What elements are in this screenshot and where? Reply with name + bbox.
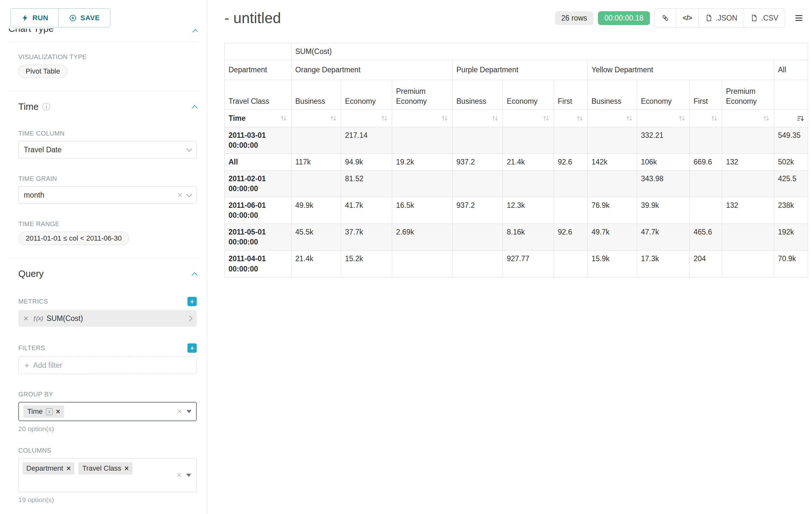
chevron-up-icon[interactable]: [192, 272, 197, 278]
table-row: 2011-02-01 00:00:0081.52343.98425.5: [225, 170, 808, 197]
embed-code-button[interactable]: </>: [676, 9, 698, 27]
corner-cell: [225, 44, 291, 60]
cell: 49.7k: [588, 224, 637, 250]
travel-class-header: Premium Economy: [722, 80, 774, 110]
sort-icon[interactable]: [441, 115, 448, 122]
sort-header[interactable]: [392, 110, 453, 127]
sort-header[interactable]: [690, 110, 722, 127]
sort-icon[interactable]: [678, 115, 686, 122]
time-sort-header[interactable]: Time: [225, 110, 291, 127]
remove-icon[interactable]: ×: [23, 314, 28, 324]
add-metric-button[interactable]: +: [187, 297, 197, 306]
chevron-down-icon: [186, 191, 192, 197]
sort-header[interactable]: [722, 110, 774, 127]
remove-icon[interactable]: ×: [56, 408, 60, 415]
chevron-right-icon[interactable]: [186, 316, 192, 321]
cell: 106k: [637, 154, 690, 170]
visualization-type-value[interactable]: Pivot Table: [18, 64, 67, 78]
chart-menu-button[interactable]: [789, 9, 808, 27]
groupby-select[interactable]: Time i × ×: [18, 402, 197, 421]
lightning-icon: [21, 14, 29, 22]
cell: [503, 170, 554, 197]
sort-header[interactable]: [291, 110, 341, 127]
chart-header: - untitled 26 rows 00:00:00.18 </>: [224, 8, 808, 28]
cell: 425.5: [774, 170, 808, 197]
sort-header[interactable]: [453, 110, 503, 127]
groupby-pill[interactable]: Time i ×: [23, 405, 64, 417]
info-icon[interactable]: i: [46, 408, 53, 415]
add-filter-button[interactable]: +: [187, 344, 197, 353]
export-csv-button[interactable]: .CSV: [744, 9, 785, 27]
sort-icon[interactable]: [280, 115, 287, 122]
time-range-value[interactable]: 2011-01-01 ≤ col < 2011-06-30: [18, 232, 129, 245]
save-button[interactable]: SAVE: [58, 9, 110, 27]
cell: [588, 127, 637, 154]
metric-item[interactable]: × ƒ(x) SUM(Cost): [18, 310, 197, 327]
sort-icon[interactable]: [491, 115, 499, 122]
time-grain-select[interactable]: month ×: [18, 186, 197, 204]
cell: 41.7k: [341, 197, 392, 224]
cell: 465.6: [690, 224, 722, 250]
chevron-up-icon[interactable]: [192, 105, 197, 111]
run-button[interactable]: RUN: [11, 9, 58, 27]
sort-header[interactable]: [503, 110, 554, 127]
time-grain-label: TIME GRAIN: [18, 175, 197, 183]
divider: [8, 258, 199, 258]
pivot-table: SUM(Cost)DepartmentOrange DepartmentPurp…: [224, 43, 808, 277]
sort-icon[interactable]: [710, 115, 718, 122]
clear-icon[interactable]: ×: [177, 407, 182, 416]
cell: 37.7k: [341, 224, 392, 250]
sort-icon[interactable]: [576, 115, 583, 122]
sort-icon[interactable]: [329, 115, 337, 122]
info-icon[interactable]: i: [42, 103, 50, 110]
sort-header[interactable]: [341, 110, 392, 127]
cell: 937.2: [453, 154, 503, 170]
cell: [690, 197, 722, 224]
metrics-label: METRICS: [18, 298, 48, 305]
department-header: Yellow Department: [588, 60, 774, 80]
cell: 47.7k: [637, 224, 690, 250]
cell: [453, 127, 503, 154]
cell: [503, 127, 554, 154]
columns-pill[interactable]: Travel Class ×: [78, 462, 133, 475]
sort-icon[interactable]: [543, 115, 550, 122]
sort-icon[interactable]: [381, 115, 388, 122]
chart-title[interactable]: - untitled: [224, 9, 281, 27]
cell: 94.9k: [341, 154, 392, 170]
add-filter-field[interactable]: + Add filter: [18, 357, 197, 374]
columns-pill[interactable]: Department ×: [23, 462, 75, 475]
cell: [722, 170, 774, 197]
file-download-icon: [705, 14, 713, 22]
time-section-header[interactable]: Time i: [18, 100, 197, 113]
remove-icon[interactable]: ×: [124, 465, 129, 472]
time-column-select[interactable]: Travel Date: [18, 141, 197, 158]
cell: [722, 127, 774, 154]
export-json-button[interactable]: .JSON: [698, 9, 744, 27]
chart-panel: - untitled 26 rows 00:00:00.18 </>: [207, 0, 812, 514]
cell: 669.6: [690, 154, 722, 170]
sort-header[interactable]: [774, 110, 808, 127]
pill-label: Time: [27, 407, 43, 416]
sort-icon[interactable]: [762, 115, 770, 122]
query-section-header[interactable]: Query: [18, 267, 197, 280]
clear-icon[interactable]: ×: [176, 471, 182, 480]
groupby-options-hint: 20 option(s): [18, 425, 197, 433]
cell: [722, 224, 774, 250]
function-icon: ƒ(x): [33, 315, 43, 322]
clear-icon[interactable]: ×: [177, 191, 183, 199]
sort-header[interactable]: [637, 110, 690, 127]
chevron-up-icon[interactable]: [192, 29, 197, 35]
columns-select[interactable]: Department × Travel Class × ×: [18, 458, 197, 492]
column-dimension-label: Department: [225, 60, 291, 80]
columns-label: COLUMNS: [18, 447, 197, 454]
cell: 92.6: [554, 154, 588, 170]
department-header: Purple Department: [453, 60, 588, 80]
remove-icon[interactable]: ×: [66, 465, 70, 472]
cell: 17.3k: [637, 250, 690, 277]
sort-desc-icon[interactable]: [796, 115, 804, 122]
cell: [392, 170, 453, 197]
sort-header[interactable]: [588, 110, 637, 127]
copy-link-button[interactable]: [655, 9, 676, 27]
sort-icon[interactable]: [626, 115, 633, 122]
sort-header[interactable]: [554, 110, 588, 127]
